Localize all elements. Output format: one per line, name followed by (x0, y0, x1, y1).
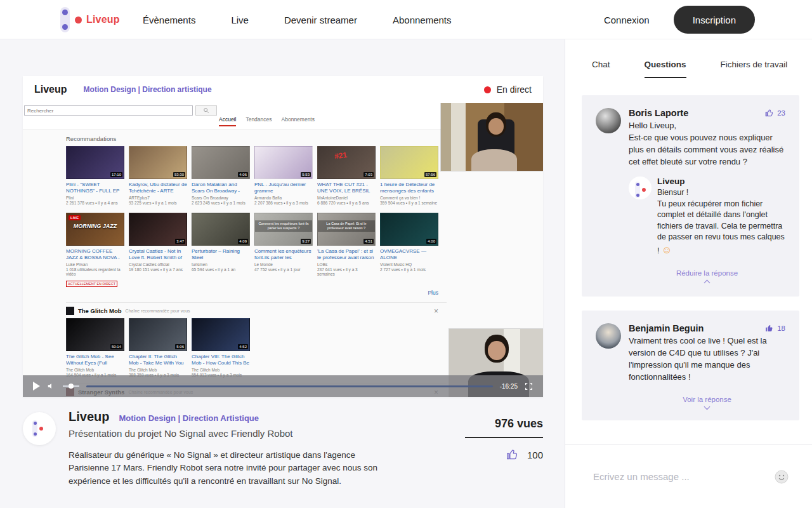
video-thumbnail[interactable]: Comment les enquêteurs font-ils parler l… (254, 213, 313, 246)
video-title[interactable]: Comment les enquêteurs font-ils parler l… (254, 248, 313, 261)
video-card[interactable]: 4:52 Chapter VIII: The Glitch Mob - How … (192, 318, 250, 377)
video-channel[interactable]: Luke Pirvan (66, 262, 124, 267)
video-thumbnail[interactable]: 50:14 (66, 318, 124, 351)
thumbnail-overlay-text: La Casa de Papel: Et si le professeur av… (318, 220, 375, 232)
nav-item[interactable]: Abonnements (393, 15, 452, 25)
fullscreen-icon[interactable] (525, 382, 533, 391)
video-card[interactable]: Comment les enquêteurs font-ils parler l… (254, 213, 313, 288)
video-channel[interactable]: The Glitch Mob (66, 368, 124, 372)
video-thumbnail[interactable]: 5:53 (254, 146, 313, 179)
video-title[interactable]: Crystal Castles - Not In Love ft. Robert… (129, 248, 187, 261)
video-thumbnail[interactable]: 4:09 (192, 213, 250, 246)
video-title[interactable]: Chapter VIII: The Glitch Mob - How Could… (192, 354, 250, 366)
video-card[interactable]: 5:06 Chapter II: The Glitch Mob - Take M… (129, 318, 187, 377)
video-channel[interactable]: The Glitch Mob (129, 368, 187, 372)
video-title[interactable]: OVMEGACVRSE — ALONE (380, 248, 438, 261)
video-title[interactable]: WHAT THE CUT #21 - UNE VOIX, LE BRÉSIL E… (317, 182, 376, 194)
video-card[interactable]: LIVE MORNING JAZZ MORNING COFFEE JAZZ & … (66, 213, 124, 288)
video-card[interactable]: 5:53 PNL - Jusqu'au dernier gramme Arman… (254, 146, 313, 205)
video-thumbnail[interactable]: 53:30 (129, 146, 187, 179)
inscription-button[interactable]: Inscription (674, 6, 755, 34)
video-channel[interactable]: LOBs (317, 262, 376, 267)
video-player[interactable]: Accueil Tendances Abonnements Recommanda… (23, 103, 543, 397)
video-title[interactable]: 'La Casa de Papel' : et si le professeur… (317, 248, 376, 261)
yt-search-input[interactable] (24, 105, 193, 116)
yt-more-link[interactable]: Plus (66, 290, 438, 296)
channel-name[interactable]: Liveup (69, 410, 109, 424)
nav-item[interactable]: Évènements (143, 15, 195, 25)
channel-avatar[interactable] (66, 307, 74, 315)
progress-bar[interactable] (86, 385, 493, 387)
toggle-reply-link[interactable]: Voir la réponse (683, 396, 731, 403)
video-channel[interactable]: Armando Bafia (254, 196, 313, 200)
nav-item[interactable]: Live (231, 15, 249, 25)
video-title[interactable]: The Glitch Mob - See Without Eyes (Full … (66, 354, 124, 366)
video-card[interactable]: 4:06 Daron Malakian and Scars On Broadwa… (192, 146, 250, 205)
search-icon (203, 107, 209, 114)
sidebar-tab[interactable]: Questions (645, 60, 686, 78)
video-thumbnail[interactable]: 5:06 (129, 318, 187, 351)
video-thumbnail[interactable]: 4:00 (380, 213, 438, 246)
video-channel[interactable]: MrAntoineDaniel (317, 196, 376, 200)
video-title[interactable]: Perturbator – Raining Steel (192, 248, 250, 261)
like-button[interactable]: 18 (765, 324, 785, 333)
video-card[interactable]: 17:10 Plini - "SWEET NOTHINGS" - FULL EP… (66, 146, 124, 205)
close-icon[interactable]: × (434, 307, 438, 315)
channel-name[interactable]: The Glitch Mob (78, 307, 122, 314)
chevron-icon (704, 403, 710, 410)
video-thumbnail[interactable]: 4:06 (192, 146, 250, 179)
video-channel[interactable]: Le Monde (254, 262, 313, 267)
video-card[interactable]: #21 7:03 WHAT THE CUT #21 - UNE VOIX, LE… (317, 146, 376, 205)
nav-item[interactable]: Devenir streamer (284, 15, 357, 25)
video-channel[interactable]: Crystal Castles official (129, 262, 187, 267)
toggle-reply-link[interactable]: Réduire la réponse (676, 269, 738, 277)
video-channel[interactable]: ARTEplus7 (129, 196, 187, 200)
video-title[interactable]: Plini - "SWEET NOTHINGS" - FULL EP (66, 182, 124, 194)
liveup-logo[interactable]: Liveup (60, 7, 120, 32)
video-card[interactable]: La Casa de Papel: Et si le professeur av… (317, 213, 376, 288)
video-title[interactable]: PNL - Jusqu'au dernier gramme (254, 182, 313, 194)
message-input[interactable] (593, 471, 774, 482)
video-card[interactable]: 50:14 The Glitch Mob - See Without Eyes … (66, 318, 124, 377)
video-title[interactable]: Chapter II: The Glitch Mob - Take Me Wit… (129, 354, 187, 366)
video-channel[interactable]: Plini (66, 196, 124, 200)
emoji-icon[interactable] (774, 469, 789, 485)
liveup-logo-icon (32, 420, 43, 437)
video-thumbnail[interactable]: 4:52 (192, 318, 250, 351)
video-title[interactable]: Daron Malakian and Scars On Broadway - L… (192, 182, 250, 194)
volume-slider[interactable] (63, 385, 79, 387)
like-icon[interactable] (506, 448, 519, 461)
video-card[interactable]: 3:47 Crystal Castles - Not In Love ft. R… (129, 213, 187, 288)
yt-search-button[interactable] (195, 105, 217, 116)
sidebar-tab[interactable]: Chat (592, 60, 610, 78)
video-thumbnail[interactable]: 3:47 (129, 213, 187, 246)
video-channel[interactable]: The Glitch Mob (192, 368, 250, 372)
video-title[interactable]: 1 heure de Détecteur de mensonges des en… (380, 182, 438, 194)
video-title[interactable]: Kadyrov, Ubu dictateur de Tchétchénie - … (129, 182, 187, 194)
like-button[interactable]: 23 (765, 109, 785, 117)
video-thumbnail[interactable]: 17:10 (66, 146, 124, 179)
video-title[interactable]: MORNING COFFEE JAZZ & BOSSA NOVA - Music… (66, 248, 124, 261)
live-badge: LIVE (69, 215, 81, 220)
video-channel[interactable]: Comment ça va bien ! (380, 196, 438, 200)
video-channel[interactable]: Scars On Broadway (192, 196, 250, 200)
play-button[interactable] (33, 382, 40, 391)
video-card[interactable]: 4:09 Perturbator – Raining Steel turisme… (192, 213, 250, 288)
video-channel[interactable]: turismen (192, 262, 250, 267)
liveup-logo-icon (635, 182, 646, 198)
video-card[interactable]: 57:56 1 heure de Détecteur de mensonges … (380, 146, 438, 205)
channel-avatar[interactable] (23, 412, 56, 445)
video-thumbnail[interactable]: 57:56 (380, 146, 438, 179)
volume-icon[interactable] (47, 382, 56, 391)
video-card[interactable]: 4:00 OVMEGACVRSE — ALONE Violent Music H… (380, 213, 438, 288)
yt-tab[interactable]: Abonnements (282, 116, 315, 126)
video-card[interactable]: 53:30 Kadyrov, Ubu dictateur de Tchétché… (129, 146, 187, 205)
video-thumbnail[interactable]: La Casa de Papel: Et si le professeur av… (317, 213, 376, 246)
video-channel[interactable]: Violent Music HQ (380, 262, 438, 267)
sidebar-tab[interactable]: Fichiers de travail (721, 60, 788, 78)
video-thumbnail[interactable]: #21 7:03 (317, 146, 376, 179)
yt-tab[interactable]: Tendances (246, 116, 272, 126)
yt-tab[interactable]: Accueil (219, 116, 236, 126)
connexion-link[interactable]: Connexion (604, 15, 650, 25)
video-thumbnail[interactable]: LIVE MORNING JAZZ (66, 213, 124, 246)
